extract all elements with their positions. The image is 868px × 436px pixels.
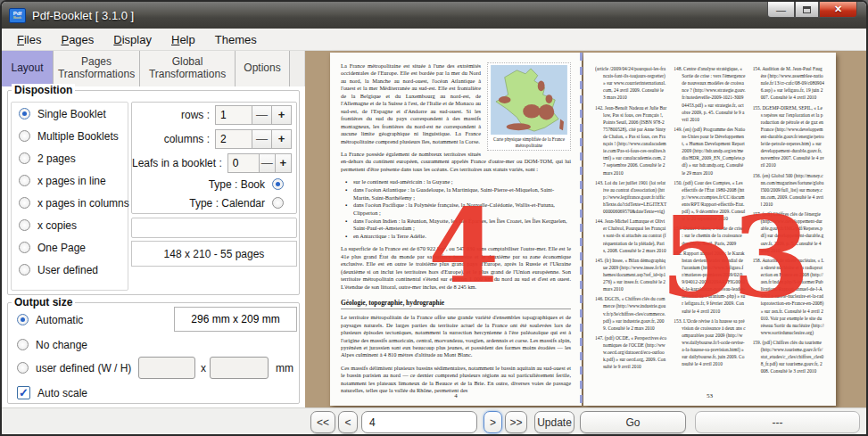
dimension-separator: x (201, 362, 206, 374)
width-field[interactable] (138, 357, 195, 379)
rows-label: rows : (181, 109, 210, 121)
tab-layout[interactable]: Layout (2, 51, 54, 86)
radio-icon (19, 175, 30, 186)
radio-label: Automatic (36, 314, 83, 326)
page-footer-number: 4 (330, 392, 582, 399)
disposition-group: Disposition Single Booklet Multiple Book… (7, 90, 300, 295)
previous-page-button[interactable]: < (338, 411, 358, 433)
radio-label: No change (36, 339, 87, 351)
type-book-radio[interactable]: Type : Book (132, 175, 296, 193)
tab-strip: Layout Pages Transformations Global Tran… (2, 51, 305, 86)
type-calendar-radio[interactable]: Type : Calendar (132, 193, 296, 212)
france-map-image (490, 65, 568, 135)
radio-2-pages[interactable]: 2 pages (12, 147, 128, 169)
columns-value[interactable]: 2 (215, 129, 252, 149)
page-paragraph: Ces massifs délimitent plusieurs bassins… (341, 365, 571, 395)
radio-label: x pages in line (37, 175, 106, 187)
maximize-button[interactable] (795, 2, 819, 18)
reference-entry: (article /2009/04/24/pourquoi-les-franca… (595, 65, 666, 102)
page-number-overlay-left: 4 (428, 195, 499, 297)
radio-label: x copies (37, 219, 77, 232)
radio-icon (19, 197, 30, 209)
leafs-increment-button[interactable]: + (276, 153, 292, 173)
unit-label: mm (276, 362, 293, 374)
radio-label: x pages in columns (37, 197, 129, 210)
radio-label: One Page (37, 242, 86, 254)
window-title: Pdf-Booklet [ 3.1.0 ] (32, 9, 134, 22)
type-book-label: Type : Book (209, 178, 265, 191)
auto-scale-checkbox[interactable]: ✓ Auto scale (10, 382, 87, 404)
page-size-summary: 148 x 210 - 55 pages (131, 241, 297, 267)
disposition-title: Disposition (12, 84, 75, 96)
radio-single-booklet[interactable]: Single Booklet (12, 103, 128, 125)
reference-entry: 148. Centre d'analyse stratégique, « Sor… (674, 65, 745, 123)
booklet-preview[interactable]: Carte physique simplifiée de la France m… (305, 51, 868, 407)
radio-icon (19, 242, 30, 253)
menu-display[interactable]: Display (103, 30, 161, 49)
app-icon: Pdf Book (9, 8, 26, 23)
reference-entry: 146. DGCIS, « Chiffres clés du commerce … (595, 295, 666, 332)
disposition-options-box: Single Booklet Multiple Booklets 2 pages… (11, 102, 128, 291)
next-page-button[interactable]: > (484, 411, 502, 433)
leafs-value[interactable]: 0 (227, 153, 260, 173)
first-page-button[interactable]: << (310, 411, 335, 433)
menu-bar: Files Pages Display Help Themes (2, 29, 866, 51)
columns-decrement-button[interactable]: — (252, 129, 272, 149)
extra-button[interactable]: --- (695, 411, 860, 433)
window-controls: — ✕ (767, 2, 857, 18)
booklet-params-box: rows : 1 — + columns : 2 — + Leafs in a … (131, 102, 297, 214)
rows-value[interactable]: 1 (215, 105, 252, 125)
page-number-input[interactable] (361, 411, 477, 433)
leafs-decrement-button[interactable]: — (260, 153, 276, 173)
page-paragraph: Le territoire métropolitain de la France… (341, 314, 571, 359)
radio-label: User defined (37, 264, 98, 276)
last-page-button[interactable]: >> (505, 411, 527, 433)
reference-entry: 149. (en) (pdf) Programme des Nations-Un… (674, 126, 745, 177)
navigation-toolbar: << < > >> Update Go --- (2, 407, 866, 436)
radio-x-copies[interactable]: x copies (12, 214, 128, 236)
radio-icon (19, 152, 30, 164)
menu-files[interactable]: Files (7, 30, 51, 49)
page-number-overlay-right: 53 (660, 201, 804, 313)
minimize-button[interactable]: — (767, 2, 795, 18)
radio-user-defined-size[interactable]: user defined (W / H) (10, 357, 131, 379)
columns-increment-button[interactable]: + (272, 129, 292, 149)
menu-help[interactable]: Help (161, 30, 205, 49)
update-button[interactable]: Update (534, 411, 575, 433)
radio-multiple-booklets[interactable]: Multiple Booklets (12, 125, 128, 147)
title-bar[interactable]: Pdf Book Pdf-Booklet [ 3.1.0 ] — ✕ (2, 2, 866, 29)
radio-automatic[interactable]: Automatic (10, 308, 83, 331)
radio-icon (17, 314, 29, 325)
radio-icon (19, 219, 30, 231)
close-button[interactable]: ✕ (819, 2, 857, 18)
rows-increment-button[interactable]: + (272, 105, 292, 125)
fold-line (580, 53, 583, 406)
reference-entry: 143. Loi du 1er juillet 1901 (loi relati… (595, 179, 666, 216)
radio-icon (272, 178, 284, 190)
page-footer-number: 53 (583, 392, 836, 399)
radio-icon (272, 197, 284, 209)
height-field[interactable] (210, 357, 269, 379)
page-paragraph: La France possède également de nombreux … (341, 151, 571, 173)
radio-label: 2 pages (37, 152, 76, 165)
menu-pages[interactable]: Pages (51, 30, 103, 49)
app-icon-subtext: Book (13, 16, 21, 20)
reference-entry: 154. Audition de M. Jean-Paul Faugère (h… (753, 65, 824, 102)
go-button[interactable]: Go (580, 411, 686, 433)
radio-icon (19, 130, 30, 142)
maximize-icon (803, 6, 811, 13)
tab-global-transformations[interactable]: Global Transformations (140, 51, 236, 86)
rows-decrement-button[interactable]: — (252, 105, 272, 125)
radio-user-defined[interactable]: User defined (12, 259, 128, 281)
tab-pages-transformations[interactable]: Pages Transformations (54, 51, 140, 86)
radio-no-change[interactable]: No change (10, 333, 87, 356)
reference-entry: 153. L'Ocde révise à la hausse sa prévis… (674, 317, 745, 368)
menu-themes[interactable]: Themes (205, 30, 267, 49)
spacer-box (131, 218, 297, 238)
tab-options[interactable]: Options (236, 51, 290, 86)
radio-one-page[interactable]: One Page (12, 236, 128, 259)
layout-panel: Disposition Single Booklet Multiple Book… (2, 86, 305, 407)
radio-icon (19, 264, 30, 276)
radio-x-pages-in-line[interactable]: x pages in line (12, 169, 128, 192)
radio-x-pages-in-columns[interactable]: x pages in columns (12, 192, 128, 214)
